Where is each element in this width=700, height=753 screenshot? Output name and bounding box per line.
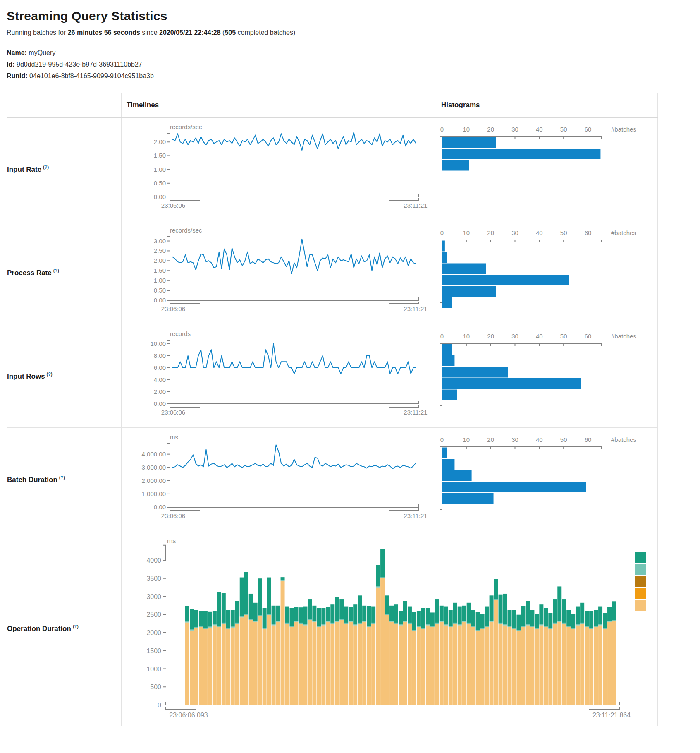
svg-text:30: 30 (511, 126, 518, 133)
input-rows-histogram-chart: 0102030405060#batches (436, 324, 658, 428)
svg-text:0.00: 0.00 (154, 297, 166, 304)
svg-text:4000: 4000 (146, 557, 161, 564)
svg-text:0: 0 (440, 436, 444, 443)
svg-text:ms: ms (167, 537, 176, 544)
svg-text:#batches: #batches (611, 229, 636, 236)
svg-text:60: 60 (585, 126, 592, 133)
svg-text:500: 500 (150, 683, 161, 691)
svg-text:23:06:06: 23:06:06 (161, 512, 185, 519)
svg-text:3,000.00: 3,000.00 (142, 464, 166, 471)
svg-text:0.00: 0.00 (154, 504, 166, 511)
query-name-label: Name: (7, 49, 27, 56)
svg-text:2.00: 2.00 (154, 257, 166, 264)
svg-text:0.00: 0.00 (154, 193, 166, 200)
svg-text:2500: 2500 (146, 611, 161, 618)
svg-text:3500: 3500 (146, 575, 161, 582)
start-timestamp: 2020/05/21 22:44:28 (159, 29, 221, 36)
svg-text:1000: 1000 (146, 666, 161, 673)
row-label-batch-duration: Batch Duration(?) (7, 428, 122, 531)
svg-text:2.00: 2.00 (154, 388, 166, 395)
svg-text:23:11:21: 23:11:21 (404, 512, 427, 519)
input-rows-timeline-chart: records10.008.006.004.002.000.0023:06:06… (122, 324, 436, 428)
svg-text:0: 0 (440, 333, 444, 340)
svg-text:23:06:06: 23:06:06 (161, 409, 185, 416)
table-header-row: Timelines Histograms (7, 93, 658, 118)
svg-text:10: 10 (463, 436, 470, 443)
svg-text:3.00: 3.00 (154, 237, 166, 245)
svg-text:23:11:21: 23:11:21 (404, 202, 427, 209)
input-rate-histogram-chart: 0102030405060#batches (436, 118, 658, 221)
help-icon[interactable]: (?) (47, 372, 53, 376)
svg-text:2000: 2000 (146, 629, 161, 636)
summary-text: Running batches for (7, 29, 68, 36)
help-icon[interactable]: (?) (59, 475, 65, 480)
row-label-input-rows: Input Rows(?) (7, 324, 122, 428)
svg-text:2.00: 2.00 (154, 138, 166, 145)
svg-text:#batches: #batches (611, 436, 636, 443)
svg-text:6.00: 6.00 (154, 364, 166, 371)
running-batches-summary: Running batches for 26 minutes 56 second… (7, 29, 693, 36)
svg-text:10: 10 (463, 333, 470, 340)
header-empty-cell (7, 93, 122, 118)
svg-text:20: 20 (487, 436, 494, 443)
svg-text:20: 20 (487, 333, 494, 340)
svg-text:1.00: 1.00 (154, 166, 166, 173)
svg-text:0.00: 0.00 (154, 400, 166, 407)
query-runid-label: RunId: (7, 72, 28, 79)
table-row-batch-duration: Batch Duration(?) ms4,000.003,000.002,00… (7, 428, 658, 531)
svg-text:1.50: 1.50 (154, 267, 166, 274)
help-icon[interactable]: (?) (53, 268, 59, 273)
svg-text:30: 30 (511, 436, 518, 443)
svg-text:50: 50 (560, 436, 567, 443)
query-runid-value: 04e101e6-8bf8-4165-9099-9104c951ba3b (29, 72, 154, 79)
svg-text:1,000.00: 1,000.00 (142, 490, 166, 497)
svg-text:1.00: 1.00 (154, 277, 166, 284)
query-id-label: Id: (7, 61, 15, 68)
svg-text:60: 60 (585, 333, 592, 340)
header-timelines: Timelines (122, 93, 436, 118)
batch-duration-timeline-chart: ms4,000.003,000.002,000.001,000.000.0023… (122, 428, 436, 531)
svg-text:60: 60 (585, 229, 592, 236)
completed-batches-count: 505 (225, 29, 236, 36)
svg-text:40: 40 (536, 229, 543, 236)
table-row-input-rate: Input Rate(?) records/sec2.001.501.000.5… (7, 118, 658, 221)
svg-text:#batches: #batches (611, 126, 636, 133)
svg-text:ms: ms (170, 434, 178, 441)
row-label-process-rate: Process Rate(?) (7, 221, 122, 324)
page-title: Streaming Query Statistics (7, 9, 693, 23)
svg-text:4,000.00: 4,000.00 (142, 451, 166, 458)
svg-text:1500: 1500 (146, 647, 161, 655)
svg-text:30: 30 (511, 229, 518, 236)
svg-text:23:11:21: 23:11:21 (404, 409, 427, 416)
query-name-value: myQuery (29, 49, 55, 56)
svg-text:50: 50 (560, 126, 567, 133)
query-metadata: Name: myQuery Id: 9d0dd219-995d-423e-b97… (7, 47, 693, 82)
svg-text:0.50: 0.50 (154, 287, 166, 294)
help-icon[interactable]: (?) (73, 624, 79, 629)
svg-text:8.00: 8.00 (154, 352, 166, 359)
svg-text:records/sec: records/sec (170, 123, 202, 130)
svg-text:40: 40 (536, 126, 543, 133)
row-label-operation-duration: Operation Duration(?) (7, 531, 122, 726)
process-rate-histogram-chart: 0102030405060#batches (436, 221, 658, 324)
streaming-query-statistics-page: Streaming Query Statistics Running batch… (0, 0, 700, 753)
batch-duration-histogram-chart: 0102030405060#batches (436, 428, 658, 531)
svg-text:2,000.00: 2,000.00 (142, 477, 166, 484)
svg-text:20: 20 (487, 126, 494, 133)
svg-text:10.00: 10.00 (150, 340, 166, 347)
svg-text:50: 50 (560, 333, 567, 340)
svg-text:0.50: 0.50 (154, 180, 166, 187)
running-duration: 26 minutes 56 seconds (68, 29, 140, 36)
svg-text:10: 10 (463, 126, 470, 133)
table-row-operation-duration: Operation Duration(?) ms4000350030002500… (7, 531, 658, 726)
help-icon[interactable]: (?) (43, 165, 49, 170)
query-id-value: 9d0dd219-995d-423e-b97d-36931110bb27 (17, 61, 142, 68)
svg-text:2.50: 2.50 (154, 247, 166, 254)
process-rate-timeline-chart: records/sec3.002.502.001.501.000.500.002… (122, 221, 436, 324)
svg-text:23:11:21: 23:11:21 (404, 305, 427, 312)
table-row-input-rows: Input Rows(?) records10.008.006.004.002.… (7, 324, 658, 428)
svg-text:20: 20 (487, 229, 494, 236)
statistics-table: Timelines Histograms Input Rate(?) recor… (7, 93, 658, 726)
table-row-process-rate: Process Rate(?) records/sec3.002.502.001… (7, 221, 658, 324)
svg-text:23:06:06: 23:06:06 (161, 305, 185, 312)
